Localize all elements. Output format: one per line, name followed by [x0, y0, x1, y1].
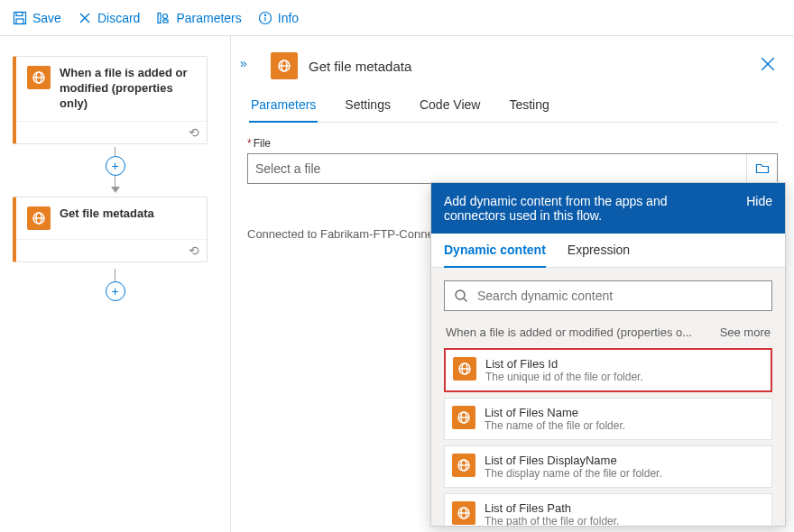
svg-line-23 [464, 298, 467, 302]
popup-banner-text: Add dynamic content from the apps and co… [444, 194, 724, 223]
action-title: Get file metadata [60, 206, 154, 222]
svg-rect-2 [16, 19, 23, 24]
designer-canvas: When a file is added or modified (proper… [0, 36, 231, 532]
search-input[interactable] [477, 289, 762, 303]
dynamic-item[interactable]: List of Files DisplayNameThe display nam… [444, 445, 772, 488]
hide-popup-button[interactable]: Hide [746, 194, 772, 208]
popup-tabs: Dynamic content Expression [431, 234, 785, 268]
save-button[interactable]: Save [13, 11, 61, 25]
ftp-connector-icon [271, 52, 298, 79]
file-field-label: *File [247, 137, 778, 150]
ftp-connector-icon [453, 357, 476, 381]
dynamic-item-title: List of Files Name [485, 406, 625, 419]
discard-button[interactable]: Discard [78, 11, 140, 25]
popup-body: When a file is added or modified (proper… [431, 268, 785, 526]
search-icon [454, 289, 468, 303]
svg-point-6 [163, 14, 168, 18]
add-step-button[interactable]: + [106, 281, 125, 301]
file-input-row [247, 153, 778, 184]
parameters-label: Parameters [176, 11, 241, 25]
connector-end: + [13, 262, 217, 307]
file-input[interactable] [248, 154, 746, 183]
dynamic-item[interactable]: List of Files PathThe path of the file o… [444, 493, 772, 526]
svg-point-10 [264, 14, 265, 15]
dynamic-item-title: List of Files Path [485, 501, 619, 515]
discard-icon [78, 11, 92, 25]
tab-parameters[interactable]: Parameters [249, 92, 318, 123]
folder-icon [755, 161, 770, 176]
dynamic-item[interactable]: List of Files IdThe unique id of the fil… [444, 348, 772, 392]
dynamic-item[interactable]: List of Files NameThe name of the file o… [444, 398, 772, 440]
parameters-icon [156, 11, 171, 25]
svg-rect-1 [16, 12, 23, 15]
tab-dynamic-content[interactable]: Dynamic content [444, 243, 546, 268]
info-icon [258, 11, 272, 25]
svg-point-22 [456, 290, 465, 299]
ftp-connector-icon [452, 454, 475, 477]
dynamic-item-desc: The display name of the file or folder. [485, 467, 662, 480]
dynamic-item-desc: The path of the file or folder. [485, 515, 619, 526]
link-icon: ⟲ [189, 125, 199, 140]
dynamic-item-title: List of Files DisplayName [485, 454, 662, 467]
close-panel-button[interactable] [760, 56, 776, 75]
discard-label: Discard [97, 11, 140, 25]
trigger-node[interactable]: When a file is added or modified (proper… [13, 56, 208, 144]
ftp-connector-icon [452, 406, 475, 429]
collapse-panel-button[interactable]: » [240, 56, 247, 70]
folder-picker-button[interactable] [746, 154, 777, 183]
trigger-title: When a file is added or modified (proper… [60, 66, 196, 112]
popup-section-header: When a file is added or modified (proper… [444, 324, 772, 348]
action-node[interactable]: Get file metadata ⟲ [13, 197, 208, 262]
ftp-connector-icon [27, 66, 51, 89]
tab-testing[interactable]: Testing [507, 92, 550, 122]
dynamic-content-popup: Add dynamic content from the apps and co… [430, 182, 786, 527]
add-step-button[interactable]: + [106, 156, 125, 176]
see-more-link[interactable]: See more [720, 326, 771, 339]
section-title: When a file is added or modified (proper… [446, 326, 692, 339]
connector: + [13, 144, 217, 197]
svg-rect-5 [158, 13, 161, 23]
dynamic-item-title: List of Files Id [485, 357, 643, 371]
tab-expression[interactable]: Expression [568, 243, 630, 267]
toolbar: Save Discard Parameters Info [0, 0, 794, 36]
dynamic-item-desc: The unique id of the file or folder. [485, 371, 643, 383]
svg-rect-7 [163, 20, 168, 23]
ftp-connector-icon [452, 501, 475, 525]
parameters-button[interactable]: Parameters [156, 11, 241, 25]
link-icon: ⟲ [189, 243, 199, 258]
panel-title: Get file metadata [309, 59, 411, 74]
dynamic-item-desc: The name of the file or folder. [485, 419, 625, 432]
panel-tabs: Parameters Settings Code View Testing [249, 92, 778, 123]
save-icon [13, 11, 27, 25]
dynamic-item-list: List of Files IdThe unique id of the fil… [444, 348, 772, 526]
save-label: Save [32, 11, 61, 25]
tab-settings[interactable]: Settings [343, 92, 392, 122]
ftp-connector-icon [27, 206, 51, 230]
info-button[interactable]: Info [258, 11, 299, 25]
search-box [444, 280, 772, 311]
popup-banner: Add dynamic content from the apps and co… [431, 183, 785, 234]
tab-code-view[interactable]: Code View [418, 92, 482, 122]
info-label: Info [278, 11, 299, 25]
